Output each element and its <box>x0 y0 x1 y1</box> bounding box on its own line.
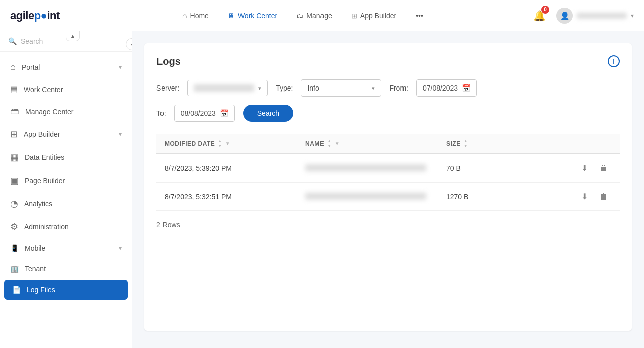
filter-icon[interactable]: ▼ <box>225 141 230 146</box>
delete-button[interactable]: 🗑 <box>596 190 612 203</box>
sidebar-item-manage-center[interactable]: 🗃 Manage Center <box>0 100 132 123</box>
sort-asc-icon[interactable]: ▲ <box>327 139 331 143</box>
sidebar-item-data-entities[interactable]: ▦ Data Entities <box>0 146 132 169</box>
app-builder-label: App Builder <box>24 130 113 138</box>
nav-more[interactable]: ••• <box>407 7 432 24</box>
log-files-label: Log Files <box>27 286 120 294</box>
sidebar-item-mobile[interactable]: 📱 Mobile ▾ <box>0 238 132 258</box>
app-builder-icon: ⊞ <box>10 129 18 140</box>
data-entities-icon: ▦ <box>10 152 19 163</box>
search-button[interactable]: Search <box>243 105 293 122</box>
table-header: MODIFIED DATE ▲ ▼ ▼ NAME <box>156 134 620 154</box>
nav-manage-label: Manage <box>306 12 332 20</box>
sidebar-item-log-files[interactable]: 📄 Log Files <box>4 280 128 300</box>
portal-label: Portal <box>22 63 113 71</box>
main-content: Logs i Server: ▾ Type: Info ▾ From: <box>132 31 644 348</box>
user-icon: 👤 <box>560 12 569 20</box>
nav-manage[interactable]: 🗂 Manage <box>288 7 341 24</box>
download-button[interactable]: ⬇ <box>577 161 592 175</box>
sidebar-item-page-builder[interactable]: ▣ Page Builder <box>0 169 132 192</box>
main-panel: Logs i Server: ▾ Type: Info ▾ From: <box>144 43 632 331</box>
user-name <box>577 13 627 19</box>
type-label: Type: <box>276 84 293 92</box>
sidebar-item-analytics[interactable]: ◔ Analytics <box>0 192 132 215</box>
col-modified-date: MODIFIED DATE ▲ ▼ ▼ <box>156 134 297 154</box>
type-select-arrow: ▾ <box>372 85 375 92</box>
sort-desc-icon[interactable]: ▼ <box>327 144 331 148</box>
server-select-arrow: ▾ <box>258 85 261 92</box>
chevron-down-icon: ▾ <box>631 12 634 19</box>
nav-right: 🔔 0 👤 ▾ <box>530 7 634 25</box>
chevron-up-icon: ▲ <box>70 33 76 40</box>
page-builder-label: Page Builder <box>25 177 122 185</box>
download-button[interactable]: ⬇ <box>577 190 592 203</box>
nav-app-builder[interactable]: ⊞ App Builder <box>343 7 405 24</box>
to-date-value: 08/08/2023 <box>181 109 216 117</box>
name-col-label: NAME <box>305 140 324 147</box>
server-value <box>194 84 254 92</box>
filter-row-2: To: 08/08/2023 📅 Search <box>156 105 620 122</box>
manage-icon: 🗂 <box>296 12 303 20</box>
sort-desc-icon[interactable]: ▼ <box>218 144 222 148</box>
sidebar: ‹ 🔍 Search ⌂ Portal ▾ ▤ Work Center 🗃 Ma… <box>0 31 132 348</box>
col-name: NAME ▲ ▼ ▼ <box>297 134 438 154</box>
from-date-picker[interactable]: 07/08/2023 📅 <box>416 79 477 97</box>
calendar-icon: 📅 <box>462 84 470 92</box>
log-files-icon: 📄 <box>12 286 21 294</box>
sidebar-item-administration[interactable]: ⚙ Administration <box>0 215 132 238</box>
work-center-label: Work Center <box>24 85 122 94</box>
sidebar-menu: ⌂ Portal ▾ ▤ Work Center 🗃 Manage Center… <box>0 52 132 348</box>
type-select[interactable]: Info ▾ <box>301 79 381 97</box>
sort-asc-icon[interactable]: ▲ <box>464 139 468 143</box>
calendar-icon: 📅 <box>220 109 228 117</box>
modified-date-cell-1: 8/7/2023, 5:39:20 PM <box>156 154 297 183</box>
notification-badge: 0 <box>541 6 549 14</box>
notifications-button[interactable]: 🔔 0 <box>530 7 548 25</box>
sidebar-item-portal[interactable]: ⌂ Portal ▾ <box>0 56 132 78</box>
table-body: 8/7/2023, 5:39:20 PM 70 B ⬇ 🗑 <box>156 154 620 211</box>
download-icon: ⬇ <box>581 164 588 172</box>
mobile-icon: 📱 <box>10 244 19 252</box>
info-icon-button[interactable]: i <box>608 55 620 67</box>
sidebar-item-app-builder[interactable]: ⊞ App Builder ▾ <box>0 123 132 146</box>
sidebar-item-tenant[interactable]: 🏢 Tenant <box>0 258 132 279</box>
user-menu[interactable]: 👤 ▾ <box>556 8 634 24</box>
name-cell-2 <box>297 183 438 211</box>
server-label: Server: <box>156 84 179 92</box>
server-select[interactable]: ▾ <box>187 80 268 96</box>
nav-collapse-button[interactable]: ▲ <box>66 31 80 41</box>
portal-icon: ⌂ <box>10 62 16 72</box>
trash-icon: 🗑 <box>600 164 608 172</box>
actions-cell-1: ⬇ 🗑 <box>569 154 620 183</box>
avatar: 👤 <box>556 8 573 24</box>
size-col-label: SIZE <box>446 140 461 147</box>
sidebar-search-placeholder: Search <box>21 37 43 45</box>
nav-work-center[interactable]: 🖥 Work Center <box>219 7 286 24</box>
more-icon: ••• <box>416 12 423 20</box>
to-label: To: <box>156 109 166 117</box>
mobile-label: Mobile <box>25 244 113 252</box>
sort-asc-icon[interactable]: ▲ <box>218 139 222 143</box>
sort-desc-icon[interactable]: ▼ <box>464 144 468 148</box>
app-layout: ‹ 🔍 Search ⌂ Portal ▾ ▤ Work Center 🗃 Ma… <box>0 31 644 348</box>
delete-button[interactable]: 🗑 <box>596 162 612 175</box>
filter-icon[interactable]: ▼ <box>335 141 340 146</box>
filter-row-1: Server: ▾ Type: Info ▾ From: 07/08/2023 … <box>156 79 620 97</box>
logs-table: MODIFIED DATE ▲ ▼ ▼ NAME <box>156 134 620 211</box>
table-row: 8/7/2023, 5:32:51 PM 1270 B ⬇ � <box>156 183 620 211</box>
to-date-picker[interactable]: 08/08/2023 📅 <box>174 105 235 122</box>
sidebar-item-work-center[interactable]: ▤ Work Center <box>0 78 132 100</box>
trash-icon: 🗑 <box>600 192 608 201</box>
nav-home-label: Home <box>190 12 209 20</box>
from-label: From: <box>389 84 408 92</box>
analytics-label: Analytics <box>24 200 122 208</box>
data-entities-label: Data Entities <box>25 153 122 161</box>
tenant-icon: 🏢 <box>10 265 19 273</box>
chevron-down-icon: ▾ <box>119 131 122 138</box>
nav-app-builder-label: App Builder <box>360 12 396 20</box>
nav-home[interactable]: ⌂ Home <box>174 7 217 25</box>
logo[interactable]: agilep●int <box>10 9 60 22</box>
nav-items: ⌂ Home 🖥 Work Center 🗂 Manage ⊞ App Buil… <box>75 7 530 25</box>
manage-center-icon: 🗃 <box>10 106 19 117</box>
monitor-icon: 🖥 <box>228 12 235 20</box>
